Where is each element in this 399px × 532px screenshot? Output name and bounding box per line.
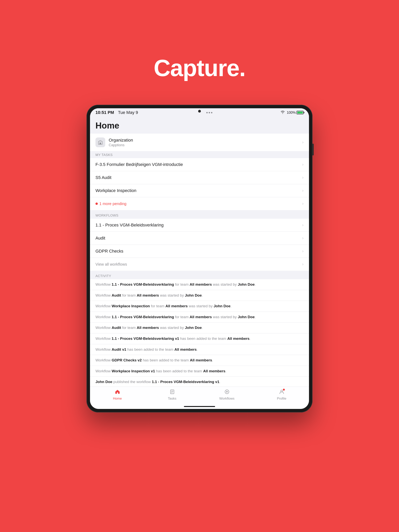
- workflow-content-1: Audit: [96, 236, 302, 241]
- view-all-chevron: ›: [302, 262, 303, 267]
- tab-bar-wrapper: Home Tasks: [90, 386, 309, 409]
- tasks-card: F-3.5 Formulier Bedrijfseigen VGM-introd…: [90, 158, 309, 210]
- svg-rect-3: [101, 142, 101, 142]
- activity-item-3: Workflow 1.1 - Proces VGM-Beleidsverklar…: [90, 312, 309, 323]
- tab-workflows-label: Workflows: [219, 397, 234, 400]
- pending-content: 1 more pending: [99, 202, 302, 206]
- activity-section: ACTIVITY Workflow 1.1 - Proces VGM-Belei…: [90, 272, 309, 386]
- workflows-icon: [224, 389, 230, 396]
- task-chevron-1: ›: [302, 175, 303, 180]
- dot1: [206, 112, 208, 113]
- activity-item-6: Workflow Audit v1 has been added to the …: [90, 344, 309, 355]
- page-title: Home: [96, 121, 303, 130]
- pending-chevron: ›: [302, 201, 303, 206]
- workflows-section: WORKFLOWS 1.1 - Proces VGM-Beleidsverkla…: [90, 212, 309, 271]
- activity-item-0: Workflow 1.1 - Proces VGM-Beleidsverklar…: [90, 279, 309, 290]
- organization-name: Organization: [109, 138, 302, 143]
- content-area[interactable]: Home Organization: [90, 117, 309, 386]
- organization-content: Organization Capptions: [109, 138, 302, 147]
- workflow-title-1: Audit: [96, 236, 302, 241]
- organization-chevron: ›: [302, 140, 303, 145]
- home-indicator: [184, 406, 215, 407]
- workflow-item-2[interactable]: GDPR Checks ›: [90, 245, 309, 258]
- page-header: Home: [90, 117, 309, 133]
- workflow-chevron-2: ›: [302, 249, 303, 254]
- battery-icon: [296, 111, 303, 114]
- status-left: 10:51 PM Tue May 9: [96, 110, 138, 115]
- status-date: Tue May 9: [118, 110, 138, 115]
- tablet-frame: 10:51 PM Tue May 9 100%: [86, 105, 313, 412]
- workflows-section-header: WORKFLOWS: [90, 212, 309, 219]
- wifi-icon: [281, 110, 285, 115]
- workflow-item-1[interactable]: Audit ›: [90, 232, 309, 245]
- task-chevron-2: ›: [302, 188, 303, 193]
- tab-home[interactable]: Home: [106, 389, 129, 400]
- battery-text: 100%: [287, 111, 296, 115]
- task-content-0: F-3.5 Formulier Bedrijfseigen VGM-introd…: [96, 162, 302, 167]
- tab-workflows[interactable]: Workflows: [215, 389, 239, 400]
- tab-profile[interactable]: Profile: [270, 389, 293, 400]
- tab-home-label: Home: [113, 397, 122, 400]
- workflow-content-0: 1.1 - Proces VGM-Beleidsverklaring: [96, 222, 302, 228]
- pending-item[interactable]: 1 more pending ›: [90, 197, 309, 210]
- svg-rect-2: [100, 142, 100, 142]
- status-dots: [206, 112, 212, 113]
- activity-item-2: Workflow Workplace Inspection for team A…: [90, 301, 309, 312]
- status-right: 100%: [281, 110, 303, 115]
- status-time: 10:51 PM: [96, 110, 114, 115]
- organization-item[interactable]: Organization Capptions ›: [90, 133, 309, 151]
- tab-tasks[interactable]: Tasks: [161, 389, 184, 400]
- profile-badge: [283, 389, 285, 391]
- svg-rect-0: [100, 143, 100, 144]
- organization-subtitle: Capptions: [109, 143, 302, 147]
- activity-card: Workflow 1.1 - Proces VGM-Beleidsverklar…: [90, 279, 309, 386]
- tasks-section: MY TASKS F-3.5 Formulier Bedrijfseigen V…: [90, 151, 309, 210]
- profile-icon: [279, 389, 284, 396]
- activity-item-1: Workflow Audit for team All members was …: [90, 290, 309, 301]
- task-title-0: F-3.5 Formulier Bedrijfseigen VGM-introd…: [96, 162, 302, 167]
- task-content-2: Workplace Inspection: [96, 188, 302, 193]
- activity-item-7: Workflow GDPR Checks v2 has been added t…: [90, 355, 309, 366]
- activity-item-4: Workflow Audit for team All members was …: [90, 323, 309, 333]
- dot3: [211, 112, 212, 113]
- organization-card: Organization Capptions ›: [90, 133, 309, 151]
- home-indicator-container: [90, 406, 309, 409]
- workflows-card: 1.1 - Proces VGM-Beleidsverklaring › Aud…: [90, 219, 309, 271]
- activity-item-8: Workflow Workplace Inspection v1 has bee…: [90, 366, 309, 377]
- workflow-title-2: GDPR Checks: [96, 249, 302, 254]
- view-all-text: View all workflows: [96, 262, 127, 266]
- activity-item-9: John Doe published the workflow 1.1 - Pr…: [90, 377, 309, 386]
- workflow-item-0[interactable]: 1.1 - Proces VGM-Beleidsverklaring ›: [90, 219, 309, 232]
- tasks-section-header: MY TASKS: [90, 151, 309, 158]
- activity-section-header: ACTIVITY: [90, 272, 309, 279]
- tasks-icon: [169, 389, 175, 396]
- status-bar: 10:51 PM Tue May 9 100%: [90, 108, 309, 117]
- svg-rect-1: [100, 143, 101, 144]
- organization-icon: [96, 138, 105, 147]
- svg-marker-9: [226, 391, 228, 393]
- activity-item-5: Workflow 1.1 - Proces VGM-Beleidsverklar…: [90, 333, 309, 344]
- pending-dot: [96, 203, 98, 205]
- workflow-title-0: 1.1 - Proces VGM-Beleidsverklaring: [96, 222, 302, 228]
- task-title-1: S5 Audit: [96, 175, 302, 180]
- tablet-screen: 10:51 PM Tue May 9 100%: [90, 108, 309, 409]
- task-item-0[interactable]: F-3.5 Formulier Bedrijfseigen VGM-introd…: [90, 158, 309, 171]
- view-all-content: View all workflows: [96, 262, 302, 266]
- task-item-1[interactable]: S5 Audit ›: [90, 171, 309, 184]
- dot2: [209, 112, 210, 113]
- pending-text: 1 more pending: [99, 202, 126, 206]
- workflow-content-2: GDPR Checks: [96, 249, 302, 254]
- battery-container: 100%: [287, 111, 303, 115]
- task-item-2[interactable]: Workplace Inspection ›: [90, 184, 309, 197]
- battery-fill: [297, 112, 303, 114]
- tab-tasks-label: Tasks: [168, 397, 176, 400]
- tab-bar: Home Tasks: [90, 386, 309, 406]
- tab-profile-label: Profile: [277, 397, 286, 400]
- workflow-chevron-1: ›: [302, 236, 303, 241]
- camera: [198, 110, 201, 113]
- headline: Capture.: [154, 55, 245, 81]
- side-button: [313, 144, 314, 155]
- view-all-workflows-item[interactable]: View all workflows ›: [90, 258, 309, 271]
- home-icon: [115, 389, 120, 396]
- workflow-chevron-0: ›: [302, 222, 303, 228]
